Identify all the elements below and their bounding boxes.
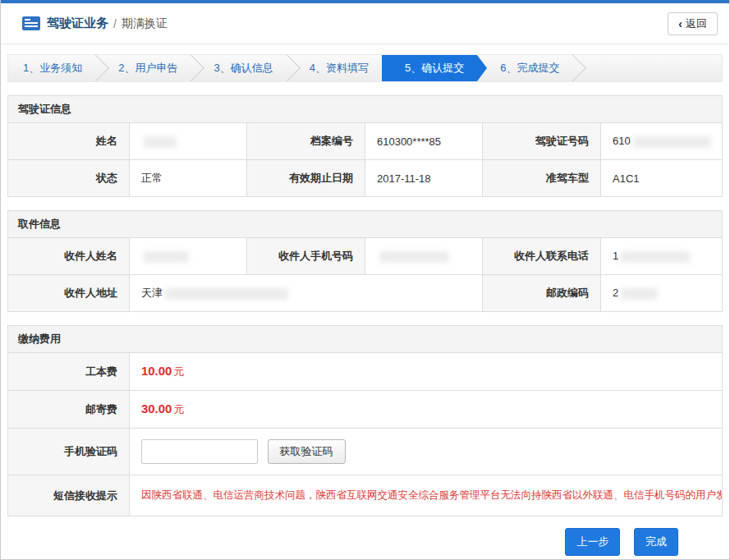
- license-business-icon: [22, 16, 40, 30]
- production-fee-label: 工本费: [8, 353, 130, 391]
- redacted-value: [379, 251, 449, 263]
- license-info-table: 姓名 档案编号 610300****85 驾驶证号码 610 状态 正常 有效期…: [7, 122, 723, 197]
- file-no-label: 档案编号: [246, 123, 365, 160]
- step-4-label: 4、资料填写: [310, 62, 369, 74]
- production-fee-unit: 元: [173, 365, 184, 378]
- recipient-mobile-label: 收件人手机号码: [246, 238, 365, 275]
- step-1-business-notice[interactable]: 1、业务须知: [8, 55, 95, 81]
- production-fee-value: 10.00元: [129, 353, 722, 391]
- recipient-phone-value: 1: [601, 238, 723, 275]
- table-row: 工本费 10.00元: [8, 353, 723, 391]
- sms-code-label: 手机验证码: [8, 429, 130, 475]
- step-3-confirm-info[interactable]: 3、确认信息: [191, 55, 286, 81]
- step-5-confirm-submit[interactable]: 5、确认提交: [382, 55, 477, 81]
- license-no-prefix: 610: [613, 135, 631, 147]
- prev-step-button[interactable]: 上一步: [565, 528, 620, 556]
- back-button[interactable]: ‹ 返回: [668, 12, 718, 35]
- table-row: 姓名 档案编号 610300****85 驾驶证号码 610: [8, 123, 723, 160]
- redacted-value: [621, 251, 691, 263]
- postage-fee-amount: 30.00: [141, 402, 172, 415]
- table-row: 收件人地址 天津 邮政编码 2: [8, 275, 723, 312]
- table-row: 短信接收提示 因陕西省联通、电信运营商技术问题，陕西省互联网交通安全综合服务管理…: [8, 475, 723, 516]
- sms-notice-cell: 因陕西省联通、电信运营商技术问题，陕西省互联网交通安全综合服务管理平台无法向持陕…: [129, 475, 722, 516]
- redacted-value: [621, 288, 658, 300]
- redacted-value: [633, 136, 711, 148]
- step-1-label: 1、业务须知: [23, 62, 82, 74]
- fees-section: 缴纳费用 工本费 10.00元 邮寄费 30.00元 手机验证码 获取验证码: [7, 325, 723, 516]
- page-header: 驾驶证业务 / 期满换证 ‹ 返回: [1, 3, 729, 44]
- file-no-value: 610300****85: [365, 123, 482, 160]
- postage-fee-value: 30.00元: [129, 391, 722, 429]
- table-row: 状态 正常 有效期止日期 2017-11-18 准驾车型 A1C1: [8, 160, 723, 197]
- expiry-value: 2017-11-18: [365, 160, 482, 197]
- sms-code-cell: 获取验证码: [129, 429, 722, 475]
- redacted-value: [144, 251, 189, 263]
- back-chevron-icon: ‹: [678, 18, 682, 30]
- license-info-title: 驾驶证信息: [7, 95, 723, 123]
- recipient-address-label: 收件人地址: [8, 275, 130, 312]
- pickup-info-title: 取件信息: [7, 210, 723, 238]
- zip-code-label: 邮政编码: [482, 275, 600, 312]
- back-button-label: 返回: [686, 16, 707, 31]
- status-label: 状态: [8, 160, 130, 197]
- recipient-name-value: [129, 238, 246, 275]
- table-row: 收件人姓名 收件人手机号码 收件人联系电话 1: [8, 238, 723, 275]
- vehicle-type-value: A1C1: [601, 160, 723, 197]
- step-6-label: 6、完成提交: [500, 62, 559, 74]
- recipient-phone-prefix: 1: [613, 250, 618, 262]
- recipient-name-label: 收件人姓名: [8, 238, 130, 275]
- page: 驾驶证业务 / 期满换证 ‹ 返回 1、业务须知 2、用户申告 3、确认信息 4…: [0, 0, 730, 560]
- postage-fee-unit: 元: [173, 403, 184, 415]
- production-fee-amount: 10.00: [141, 364, 172, 378]
- vehicle-type-label: 准驾车型: [482, 160, 600, 197]
- fees-title: 缴纳费用: [7, 325, 723, 353]
- step-3-label: 3、确认信息: [213, 62, 273, 74]
- status-value: 正常: [129, 160, 246, 197]
- step-6-complete-submit[interactable]: 6、完成提交: [477, 55, 572, 81]
- license-no-value: 610: [601, 123, 723, 160]
- recipient-address-value: 天津: [129, 275, 482, 312]
- action-bar: 上一步 完成: [1, 516, 729, 556]
- step-5-label: 5、确认提交: [405, 62, 464, 74]
- recipient-mobile-value: [365, 238, 482, 275]
- sms-code-input[interactable]: [141, 439, 258, 464]
- pickup-info-table: 收件人姓名 收件人手机号码 收件人联系电话 1 收件人地址 天津 邮政编码 2: [7, 237, 723, 312]
- fees-table: 工本费 10.00元 邮寄费 30.00元 手机验证码 获取验证码 短信接收提: [7, 352, 723, 516]
- zip-code-value: 2: [601, 275, 723, 312]
- get-code-button[interactable]: 获取验证码: [268, 439, 346, 464]
- zip-code-prefix: 2: [613, 287, 618, 299]
- step-2-label: 2、用户申告: [118, 62, 177, 74]
- table-row: 邮寄费 30.00元: [8, 391, 723, 429]
- step-2-user-declaration[interactable]: 2、用户申告: [95, 55, 191, 81]
- title-separator: /: [113, 17, 117, 30]
- sms-notice-text: 因陕西省联通、电信运营商技术问题，陕西省互联网交通安全综合服务管理平台无法向持陕…: [141, 489, 723, 501]
- name-label: 姓名: [8, 123, 130, 160]
- redacted-value: [165, 288, 288, 300]
- page-title: 驾驶证业务: [47, 16, 108, 31]
- page-subtitle: 期满换证: [122, 16, 168, 31]
- recipient-phone-label: 收件人联系电话: [482, 238, 600, 275]
- name-value: [129, 123, 246, 160]
- table-row: 手机验证码 获取验证码: [8, 429, 723, 475]
- expiry-label: 有效期止日期: [246, 160, 365, 197]
- postage-fee-label: 邮寄费: [8, 391, 130, 429]
- license-no-label: 驾驶证号码: [482, 123, 600, 160]
- recipient-address-prefix: 天津: [141, 287, 163, 299]
- redacted-value: [144, 136, 177, 148]
- step-4-fill-info[interactable]: 4、资料填写: [287, 55, 382, 81]
- sms-notice-label: 短信接收提示: [8, 475, 130, 516]
- pickup-info-section: 取件信息 收件人姓名 收件人手机号码 收件人联系电话 1 收件人地址 天津 邮政…: [7, 210, 723, 312]
- finish-button[interactable]: 完成: [634, 528, 678, 556]
- step-nav: 1、业务须知 2、用户申告 3、确认信息 4、资料填写 5、确认提交 6、完成提…: [7, 54, 723, 82]
- license-info-section: 驾驶证信息 姓名 档案编号 610300****85 驾驶证号码 610 状态 …: [7, 95, 723, 197]
